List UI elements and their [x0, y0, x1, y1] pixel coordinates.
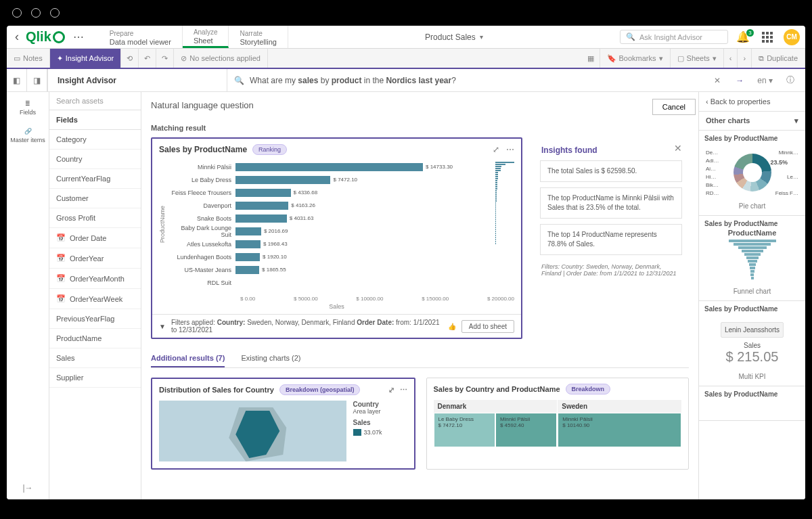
field-item[interactable]: 📅OrderYear [49, 248, 141, 269]
app-title[interactable]: Product Sales▾ [292, 32, 616, 42]
window-controls [0, 0, 812, 26]
filter-icon: ▼ [159, 323, 166, 330]
bar-row: Le Baby Dress$ 7472.10 [171, 173, 490, 186]
field-item[interactable]: 📅Order Date [49, 228, 141, 248]
step-back-icon[interactable]: ↶ [139, 49, 156, 68]
selection-tool-icon[interactable]: ▦ [582, 49, 600, 68]
bar-row: Atles Lussekofta$ 1968.43 [171, 238, 490, 250]
insights-filters-note: Filters: Country: Sweden, Norway, Denmar… [533, 261, 689, 284]
window-min-dot[interactable] [31, 8, 41, 18]
expand-rail-button[interactable]: |→ [22, 483, 32, 493]
calendar-icon: 📅 [56, 294, 66, 303]
field-item[interactable]: Gross Profit [49, 208, 141, 228]
treemap-card[interactable]: Sales by Country and ProductName Breakdo… [426, 378, 690, 470]
chart-minimap[interactable] [495, 160, 514, 289]
nlq-text: What are my sales by product in the Nord… [250, 76, 456, 85]
bar-row: Snake Boots$ 4031.63 [171, 212, 490, 225]
treemap-cell[interactable]: Minnki Pälsii$ 4592.40 [495, 413, 557, 447]
other-chart-card[interactable]: Sales by ProductName [699, 386, 805, 421]
thumbs-up-icon[interactable]: 👍 [448, 323, 456, 330]
field-item[interactable]: CurrentYearFlag [49, 169, 141, 189]
fullscreen-icon[interactable]: ⤢ [493, 145, 499, 154]
app-menu[interactable]: ⋯ [69, 30, 88, 43]
clear-query-button[interactable]: ✕ [708, 76, 726, 85]
notifications-button[interactable]: 🔔3 [732, 30, 754, 43]
panel-right-toggle[interactable]: ◨ [27, 69, 47, 91]
top-search-input[interactable]: 🔍 Ask Insight Advisor [620, 30, 728, 44]
cancel-button[interactable]: Cancel [652, 99, 696, 115]
bar-row: Davenport$ 4163.26 [171, 199, 490, 212]
prev-sheet-button[interactable]: ‹ [724, 49, 738, 68]
bar-row: RDL Suit [171, 276, 490, 289]
calendar-icon: 📅 [56, 254, 66, 263]
insight-item: The top ProductName is Minnki Pälsii wit… [540, 187, 682, 219]
search-assets-input[interactable]: Search assets [49, 92, 141, 110]
rail-fields[interactable]: ≣Fields [7, 97, 49, 118]
duplicate-button[interactable]: ⧉Duplicate [752, 49, 805, 68]
tab-prepare[interactable]: PrepareData model viewer [99, 26, 183, 48]
add-to-sheet-button[interactable]: Add to sheet [461, 320, 514, 333]
insight-advisor-title: Insight Advisor [48, 69, 227, 91]
language-selector[interactable]: en ▾ [753, 76, 777, 85]
close-insights-button[interactable]: ✕ [674, 143, 682, 154]
step-fwd-icon[interactable]: ↷ [156, 49, 174, 68]
field-item[interactable]: 📅OrderYearWeek [49, 289, 141, 309]
tab-narrate[interactable]: NarrateStorytelling [229, 26, 288, 48]
next-sheet-button[interactable]: › [738, 49, 752, 68]
panel-left-toggle[interactable]: ◧ [7, 69, 27, 91]
tab-existing-charts[interactable]: Existing charts (2) [241, 348, 300, 367]
qlik-logo[interactable]: Qlik [26, 29, 65, 45]
field-item[interactable]: ProductName [49, 329, 141, 348]
treemap-cell[interactable]: Le Baby Dress$ 7472.10 [434, 413, 495, 447]
nlq-input[interactable]: 🔍 What are my sales by product in the No… [227, 74, 805, 86]
x-axis-label: Sales [152, 303, 521, 314]
tab-additional-results[interactable]: Additional results (7) [151, 348, 225, 367]
app-launcher-icon[interactable] [762, 32, 773, 43]
insight-advisor-button[interactable]: ✦Insight Advisor [50, 49, 122, 68]
fullscreen-icon[interactable]: ⤢ [388, 386, 394, 394]
search-icon: 🔍 [234, 76, 244, 85]
rail-master-items[interactable]: 🔗Master items [7, 125, 49, 146]
card-menu-icon[interactable]: ⋯ [506, 145, 514, 154]
nlq-heading: Natural language question [151, 100, 689, 110]
insight-item: The total Sales is $ 62598.50. [540, 160, 682, 182]
other-chart-card[interactable]: Sales by ProductNameLenin JeansshortsSal… [699, 301, 805, 386]
card-menu-icon[interactable]: ⋯ [400, 386, 407, 394]
tab-analyze[interactable]: AnalyzeSheet [183, 26, 229, 48]
field-item[interactable]: Sales [49, 348, 141, 368]
y-axis-label: ProductName [159, 206, 166, 243]
field-item[interactable]: PreviousYearFlag [49, 309, 141, 329]
other-chart-card[interactable]: Sales by ProductName23.5%De…Adi…Ai…Hi…Bi… [699, 131, 805, 216]
sheets-button[interactable]: ▢Sheets ▾ [671, 49, 724, 68]
submit-query-button[interactable]: → [731, 76, 748, 85]
duplicate-icon: ⧉ [759, 54, 764, 63]
calendar-icon: 📅 [56, 274, 66, 283]
map-legend: Country Area layer Sales 33.07k [353, 401, 407, 461]
lasso-icon[interactable]: ⟲ [121, 49, 139, 68]
window-close-dot[interactable] [12, 8, 22, 18]
search-icon: 🔍 [626, 32, 635, 41]
master-icon: 🔗 [24, 128, 32, 135]
chevron-down-icon: ▾ [713, 54, 717, 63]
other-charts-accordion[interactable]: Other charts▾ [699, 112, 805, 131]
field-item[interactable]: Supplier [49, 368, 141, 388]
bookmarks-button[interactable]: 🔖Bookmarks ▾ [600, 49, 671, 68]
info-icon[interactable]: ⓘ [782, 74, 798, 86]
calendar-icon: 📅 [56, 233, 66, 242]
notes-button[interactable]: ▭Notes [7, 49, 50, 68]
field-item[interactable]: Customer [49, 189, 141, 208]
window-max-dot[interactable] [50, 8, 60, 18]
geo-chart-card[interactable]: Distribution of Sales for Country Breakd… [151, 378, 415, 470]
back-to-properties[interactable]: ‹ Back to properties [699, 92, 805, 112]
other-chart-card[interactable]: Sales by ProductNameProductNameFunnel ch… [699, 216, 805, 301]
field-item[interactable]: Category [49, 130, 141, 150]
user-avatar[interactable]: CM [784, 29, 800, 45]
back-button[interactable]: ‹ [12, 30, 22, 44]
applied-filters-text: Filters applied: Country: Sweden, Norway… [171, 319, 443, 334]
field-item[interactable]: Country [49, 150, 141, 169]
chart-analysis-pill: Ranking [252, 144, 287, 155]
fields-header: Fields [49, 110, 141, 130]
treemap-cell[interactable]: Minnki Pälsii$ 10140.90 [558, 413, 681, 447]
sheets-icon: ▢ [677, 54, 684, 63]
field-item[interactable]: 📅OrderYearMonth [49, 269, 141, 289]
